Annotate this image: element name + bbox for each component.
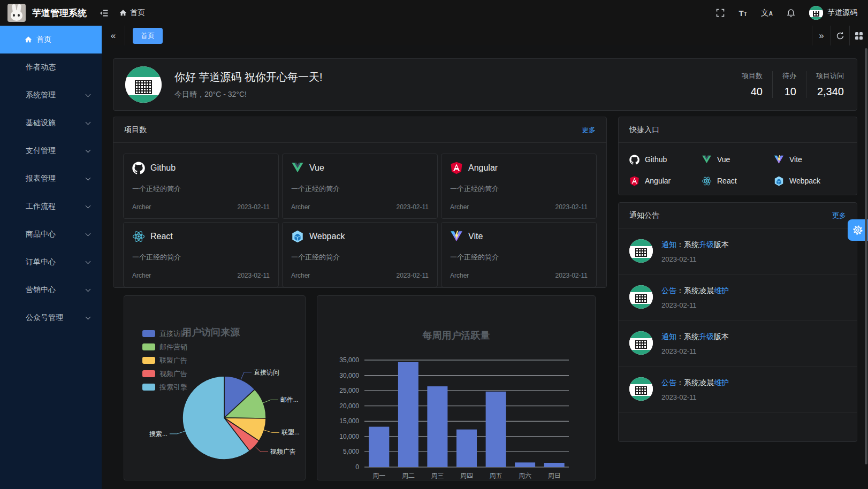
github-icon	[629, 155, 639, 165]
chevron-down-icon	[86, 259, 91, 264]
project-author: Archer	[291, 272, 310, 279]
quick-link-webpack[interactable]: Webpack	[774, 174, 846, 188]
project-date: 2023-02-11	[238, 203, 270, 211]
chevron-down-icon	[86, 315, 91, 320]
project-author: Archer	[132, 203, 151, 211]
project-date: 2023-02-11	[555, 272, 588, 279]
sidebar-item-marketing[interactable]: 营销中心	[0, 276, 102, 304]
project-card-github[interactable]: Github 一个正经的简介 Archer2023-02-11	[123, 154, 279, 219]
angular-icon	[629, 176, 639, 186]
sidebar-item-report[interactable]: 报表管理	[0, 165, 102, 193]
project-card-webpack[interactable]: Webpack 一个正经的简介 Archer2023-02-11	[282, 222, 438, 287]
notice-avatar	[629, 331, 653, 355]
svg-text:周五: 周五	[490, 472, 502, 479]
svg-text:周四: 周四	[460, 472, 473, 479]
notice-item[interactable]: 通知：系统升级版本 2023-02-11	[619, 320, 857, 366]
svg-text:搜索...: 搜索...	[149, 430, 167, 438]
projects-more-link[interactable]: 更多	[582, 125, 596, 135]
project-author: Archer	[132, 272, 151, 279]
fullscreen-icon[interactable]	[716, 9, 725, 17]
notice-item[interactable]: 通知：系统升级版本 2023-02-11	[619, 228, 857, 274]
notice-avatar	[629, 285, 653, 309]
sidebar-item-infra[interactable]: 基础设施	[0, 109, 102, 137]
tab-home[interactable]: 首页	[133, 28, 163, 44]
notices-card: 通知公告 更多 通知：系统升级版本 2023-02-11 公告：系统凌晨维护 2…	[618, 202, 857, 442]
welcome-card: 你好 芋道源码 祝你开心每一天! 今日晴，20°C - 32°C! 项目数 40…	[113, 58, 857, 111]
translate-icon[interactable]: 文A	[761, 8, 773, 18]
user-menu[interactable]: 芋道源码	[809, 6, 857, 20]
stat-projects: 项目数 40	[732, 71, 772, 98]
legend-swatch	[142, 343, 155, 350]
sidebar-item-workflow[interactable]: 工作流程	[0, 193, 102, 220]
sidebar-item-order[interactable]: 订单中心	[0, 248, 102, 276]
avatar	[809, 6, 823, 20]
quick-entry-title: 快捷入口	[629, 125, 659, 135]
notice-date: 2023-02-11	[661, 255, 729, 263]
legend-item[interactable]: 搜索引擎	[142, 380, 187, 394]
quick-link-vue[interactable]: Vue	[702, 152, 774, 166]
sidebar-item-author[interactable]: 作者动态	[0, 54, 102, 81]
legend-item[interactable]: 直接访问	[142, 327, 187, 340]
notices-more-link[interactable]: 更多	[832, 211, 846, 220]
legend-item[interactable]: 视频广告	[142, 367, 187, 380]
font-size-icon[interactable]: TT	[738, 9, 747, 18]
legend-item[interactable]: 联盟广告	[142, 354, 187, 367]
svg-text:5,000: 5,000	[343, 448, 359, 455]
breadcrumb[interactable]: 首页	[119, 8, 145, 18]
svg-text:邮件...: 邮件...	[280, 396, 299, 403]
app-header: 芋道管理系统 首页 TT 文A 芋道源码	[0, 0, 868, 26]
tabs-scroll-left-icon[interactable]: «	[102, 26, 125, 45]
svg-text:联盟...: 联盟...	[281, 429, 300, 436]
user-qr-avatar[interactable]	[125, 66, 162, 103]
quick-link-github[interactable]: Github	[629, 152, 702, 166]
bell-icon[interactable]	[787, 9, 795, 18]
sidebar-item-wechat[interactable]: 公众号管理	[0, 304, 102, 332]
project-card-angular[interactable]: Angular 一个正经的简介 Archer2023-02-11	[441, 154, 597, 219]
svg-text:周日: 周日	[548, 472, 561, 479]
app-title: 芋道管理系统	[32, 7, 87, 19]
notice-avatar	[629, 377, 653, 401]
projects-title: 项目数	[124, 125, 147, 135]
vue-icon	[291, 162, 304, 174]
svg-text:周三: 周三	[431, 472, 444, 479]
username: 芋道源码	[827, 8, 857, 18]
tabs-scroll-right-icon[interactable]: »	[812, 26, 831, 45]
sidebar-item-home[interactable]: 首页	[0, 26, 102, 54]
project-card-react[interactable]: React 一个正经的简介 Archer2023-02-11	[123, 222, 279, 287]
main-content: 你好 芋道源码 祝你开心每一天! 今日晴，20°C - 32°C! 项目数 40…	[102, 45, 868, 489]
gear-icon	[852, 225, 863, 235]
bar-chart-title: 每周用户活跃量	[317, 329, 595, 342]
quick-link-angular[interactable]: Angular	[629, 174, 702, 188]
notice-item[interactable]: 公告：系统凌晨维护 2023-02-11	[619, 274, 857, 320]
quick-link-react[interactable]: React	[702, 174, 774, 188]
tab-bar: « 首页 »	[102, 26, 868, 45]
notice-date: 2023-02-11	[661, 393, 729, 401]
project-date: 2023-02-11	[397, 272, 429, 279]
notice-item[interactable]: 公告：系统凌晨维护 2023-02-11	[619, 366, 857, 412]
pie-chart-title: 用户访问来源	[182, 326, 240, 339]
chevron-down-icon	[86, 287, 91, 292]
svg-text:周二: 周二	[402, 472, 415, 479]
legend-swatch	[142, 384, 155, 391]
vite-icon	[450, 230, 463, 243]
project-card-vite[interactable]: Vite 一个正经的简介 Archer2023-02-11	[441, 222, 597, 287]
svg-text:直接访问: 直接访问	[254, 369, 279, 376]
refresh-icon[interactable]	[831, 26, 849, 45]
webpack-icon	[774, 176, 784, 186]
vertical-scrollbar[interactable]	[865, 48, 867, 464]
svg-text:25,000: 25,000	[339, 387, 359, 394]
svg-text:0: 0	[355, 463, 359, 471]
sidebar-item-product[interactable]: 商品中心	[0, 220, 102, 248]
quick-link-vite[interactable]: Vite	[774, 152, 846, 166]
app-logo[interactable]	[7, 4, 26, 22]
projects-card: 项目数 更多 Github 一个正经的简介 Archer2023-02-11 V…	[113, 117, 607, 288]
layout-grid-icon[interactable]	[849, 26, 868, 45]
menu-fold-icon[interactable]	[100, 9, 109, 18]
sidebar-item-system[interactable]: 系统管理	[0, 81, 102, 109]
svg-text:35,000: 35,000	[339, 356, 359, 364]
legend-item[interactable]: 邮件营销	[142, 340, 187, 354]
notice-date: 2023-02-11	[661, 301, 729, 309]
breadcrumb-label: 首页	[130, 8, 145, 18]
sidebar-item-pay[interactable]: 支付管理	[0, 137, 102, 165]
project-card-vue[interactable]: Vue 一个正经的简介 Archer2023-02-11	[282, 154, 438, 219]
